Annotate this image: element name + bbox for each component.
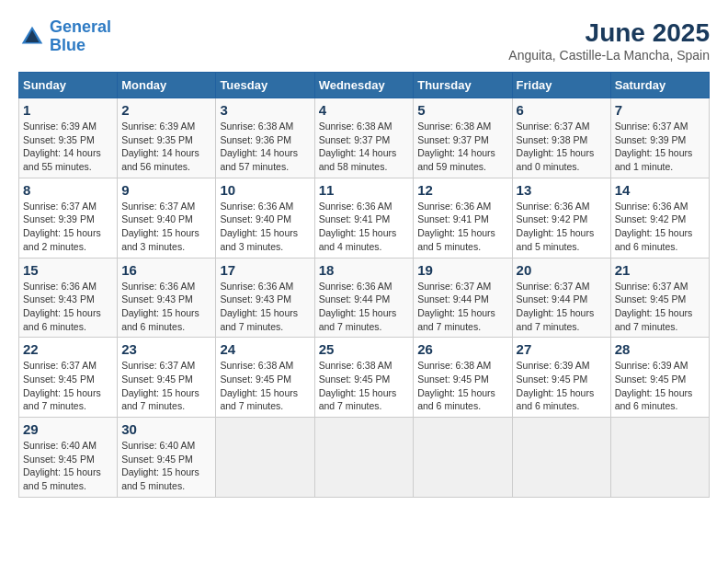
day-number: 18 [319, 262, 410, 278]
day-number: 2 [121, 102, 211, 118]
day-number: 20 [517, 262, 607, 278]
calendar-cell: 18Sunrise: 6:36 AMSunset: 9:44 PMDayligh… [314, 258, 414, 338]
day-detail: Sunrise: 6:38 AMSunset: 9:37 PMDaylight:… [417, 120, 507, 174]
calendar-cell: 5Sunrise: 6:38 AMSunset: 9:37 PMDaylight… [414, 98, 512, 178]
calendar-cell: 11Sunrise: 6:36 AMSunset: 9:41 PMDayligh… [314, 178, 414, 258]
day-number: 12 [417, 182, 507, 198]
calendar-cell: 15Sunrise: 6:36 AMSunset: 9:43 PMDayligh… [19, 258, 118, 338]
calendar-week-0: 1Sunrise: 6:39 AMSunset: 9:35 PMDaylight… [19, 98, 710, 178]
calendar-week-4: 29Sunrise: 6:40 AMSunset: 9:45 PMDayligh… [19, 418, 710, 498]
day-header-tuesday: Tuesday [216, 73, 314, 98]
calendar-week-1: 8Sunrise: 6:37 AMSunset: 9:39 PMDaylight… [19, 178, 710, 258]
day-detail: Sunrise: 6:37 AMSunset: 9:45 PMDaylight:… [23, 359, 113, 413]
day-header-saturday: Saturday [610, 73, 709, 98]
day-detail: Sunrise: 6:38 AMSunset: 9:36 PMDaylight:… [220, 120, 310, 174]
calendar-cell: 30Sunrise: 6:40 AMSunset: 9:45 PMDayligh… [118, 418, 216, 498]
day-header-friday: Friday [512, 73, 610, 98]
day-header-monday: Monday [118, 73, 216, 98]
day-number: 4 [319, 102, 410, 118]
day-number: 19 [417, 262, 507, 278]
day-header-thursday: Thursday [414, 73, 512, 98]
calendar-cell: 21Sunrise: 6:37 AMSunset: 9:45 PMDayligh… [610, 258, 709, 338]
day-detail: Sunrise: 6:37 AMSunset: 9:44 PMDaylight:… [517, 280, 607, 334]
day-detail: Sunrise: 6:37 AMSunset: 9:40 PMDaylight:… [121, 200, 211, 254]
day-number: 23 [121, 341, 211, 357]
day-detail: Sunrise: 6:39 AMSunset: 9:45 PMDaylight:… [517, 359, 607, 413]
calendar-cell: 22Sunrise: 6:37 AMSunset: 9:45 PMDayligh… [19, 338, 118, 418]
day-detail: Sunrise: 6:38 AMSunset: 9:45 PMDaylight:… [220, 359, 310, 413]
calendar-cell: 9Sunrise: 6:37 AMSunset: 9:40 PMDaylight… [118, 178, 216, 258]
day-number: 25 [319, 341, 410, 357]
calendar-week-3: 22Sunrise: 6:37 AMSunset: 9:45 PMDayligh… [19, 338, 710, 418]
day-detail: Sunrise: 6:37 AMSunset: 9:39 PMDaylight:… [615, 120, 705, 174]
calendar-cell [216, 418, 314, 498]
calendar-cell: 8Sunrise: 6:37 AMSunset: 9:39 PMDaylight… [19, 178, 118, 258]
calendar-cell [610, 418, 709, 498]
calendar-cell: 12Sunrise: 6:36 AMSunset: 9:41 PMDayligh… [414, 178, 512, 258]
day-number: 28 [615, 341, 705, 357]
day-header-sunday: Sunday [19, 73, 118, 98]
calendar-cell: 29Sunrise: 6:40 AMSunset: 9:45 PMDayligh… [19, 418, 118, 498]
day-number: 17 [220, 262, 310, 278]
subtitle: Anguita, Castille-La Mancha, Spain [508, 48, 710, 63]
day-detail: Sunrise: 6:36 AMSunset: 9:43 PMDaylight:… [220, 280, 310, 334]
header: General Blue June 2025 Anguita, Castille… [18, 18, 710, 63]
day-detail: Sunrise: 6:36 AMSunset: 9:43 PMDaylight:… [23, 280, 113, 334]
day-number: 30 [121, 421, 211, 437]
day-number: 6 [517, 102, 607, 118]
day-detail: Sunrise: 6:40 AMSunset: 9:45 PMDaylight:… [23, 439, 113, 493]
calendar-cell: 17Sunrise: 6:36 AMSunset: 9:43 PMDayligh… [216, 258, 314, 338]
day-number: 27 [517, 341, 607, 357]
day-number: 26 [417, 341, 507, 357]
day-number: 13 [517, 182, 607, 198]
day-detail: Sunrise: 6:38 AMSunset: 9:37 PMDaylight:… [319, 120, 410, 174]
day-number: 3 [220, 102, 310, 118]
day-number: 1 [23, 102, 113, 118]
calendar-cell: 28Sunrise: 6:39 AMSunset: 9:45 PMDayligh… [610, 338, 709, 418]
day-detail: Sunrise: 6:36 AMSunset: 9:40 PMDaylight:… [220, 200, 310, 254]
logo-icon [18, 23, 46, 51]
calendar-cell: 4Sunrise: 6:38 AMSunset: 9:37 PMDaylight… [314, 98, 414, 178]
day-detail: Sunrise: 6:39 AMSunset: 9:35 PMDaylight:… [121, 120, 211, 174]
day-detail: Sunrise: 6:37 AMSunset: 9:45 PMDaylight:… [121, 359, 211, 413]
calendar-cell: 16Sunrise: 6:36 AMSunset: 9:43 PMDayligh… [118, 258, 216, 338]
day-detail: Sunrise: 6:37 AMSunset: 9:38 PMDaylight:… [517, 120, 607, 174]
day-detail: Sunrise: 6:40 AMSunset: 9:45 PMDaylight:… [121, 439, 211, 493]
day-number: 22 [23, 341, 113, 357]
day-detail: Sunrise: 6:36 AMSunset: 9:41 PMDaylight:… [417, 200, 507, 254]
calendar-cell: 20Sunrise: 6:37 AMSunset: 9:44 PMDayligh… [512, 258, 610, 338]
days-header-row: SundayMondayTuesdayWednesdayThursdayFrid… [19, 73, 710, 98]
day-number: 15 [23, 262, 113, 278]
day-detail: Sunrise: 6:38 AMSunset: 9:45 PMDaylight:… [417, 359, 507, 413]
day-header-wednesday: Wednesday [314, 73, 414, 98]
calendar-cell: 25Sunrise: 6:38 AMSunset: 9:45 PMDayligh… [314, 338, 414, 418]
calendar-cell [414, 418, 512, 498]
logo-line2: Blue [50, 36, 85, 54]
calendar-cell [512, 418, 610, 498]
calendar-cell [314, 418, 414, 498]
day-detail: Sunrise: 6:36 AMSunset: 9:42 PMDaylight:… [517, 200, 607, 254]
day-number: 8 [23, 182, 113, 198]
day-detail: Sunrise: 6:37 AMSunset: 9:45 PMDaylight:… [615, 280, 705, 334]
day-detail: Sunrise: 6:36 AMSunset: 9:44 PMDaylight:… [319, 280, 410, 334]
calendar-cell: 24Sunrise: 6:38 AMSunset: 9:45 PMDayligh… [216, 338, 314, 418]
day-detail: Sunrise: 6:39 AMSunset: 9:45 PMDaylight:… [615, 359, 705, 413]
title-area: June 2025 Anguita, Castille-La Mancha, S… [508, 18, 710, 63]
main-title: June 2025 [508, 18, 710, 48]
logo-text: General Blue [50, 18, 111, 55]
day-number: 11 [319, 182, 410, 198]
day-detail: Sunrise: 6:36 AMSunset: 9:42 PMDaylight:… [615, 200, 705, 254]
day-number: 9 [121, 182, 211, 198]
day-number: 29 [23, 421, 113, 437]
day-number: 10 [220, 182, 310, 198]
calendar-cell: 10Sunrise: 6:36 AMSunset: 9:40 PMDayligh… [216, 178, 314, 258]
calendar-cell: 13Sunrise: 6:36 AMSunset: 9:42 PMDayligh… [512, 178, 610, 258]
day-number: 7 [615, 102, 705, 118]
calendar-body: 1Sunrise: 6:39 AMSunset: 9:35 PMDaylight… [19, 98, 710, 498]
calendar-cell: 19Sunrise: 6:37 AMSunset: 9:44 PMDayligh… [414, 258, 512, 338]
calendar-cell: 6Sunrise: 6:37 AMSunset: 9:38 PMDaylight… [512, 98, 610, 178]
calendar-cell: 2Sunrise: 6:39 AMSunset: 9:35 PMDaylight… [118, 98, 216, 178]
day-number: 21 [615, 262, 705, 278]
calendar-cell: 14Sunrise: 6:36 AMSunset: 9:42 PMDayligh… [610, 178, 709, 258]
logo: General Blue [18, 18, 111, 55]
